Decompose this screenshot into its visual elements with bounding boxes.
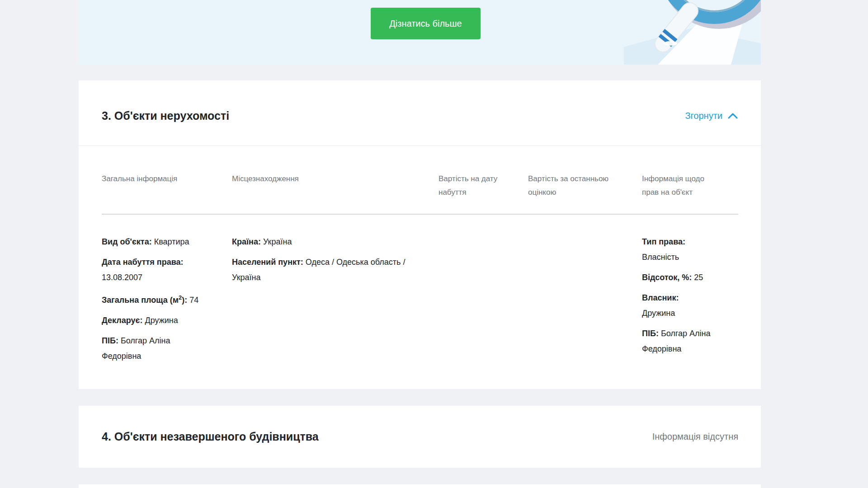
section3-header: 3. Об'єкти нерухомості Згорнути — [79, 80, 761, 146]
field-full-name: ПІБ: Болгар Аліна Федорівна — [102, 333, 207, 364]
table-row: Вид об'єкта: Квартира Дата набуття права… — [102, 215, 738, 369]
field-percent: Відсоток, %: 25 — [642, 270, 713, 285]
column-header-general: Загальна інформація — [102, 172, 232, 199]
field-label: Відсоток, %: — [642, 273, 692, 282]
field-label: Країна: — [232, 237, 261, 246]
field-value: 25 — [694, 273, 703, 282]
cloud-shape — [664, 41, 677, 46]
field-value: 13.08.2007 — [102, 273, 142, 282]
no-information-text: Інформація відсутня — [652, 432, 738, 442]
cell-general-info: Вид об'єкта: Квартира Дата набуття права… — [102, 234, 232, 369]
field-label: ПІБ: — [642, 329, 659, 338]
field-label: Дата набуття права: — [102, 258, 184, 267]
field-value: Дружина — [145, 316, 178, 325]
field-object-type: Вид об'єкта: Квартира — [102, 234, 207, 249]
cell-location: Країна: Україна Населений пункт: Одеса /… — [232, 234, 439, 369]
field-owner: Власник: Дружина — [642, 290, 713, 321]
field-acquisition-date: Дата набуття права: 13.08.2007 — [102, 254, 207, 285]
field-right-type: Тип права: Власність — [642, 234, 713, 265]
field-settlement: Населений пункт: Одеса / Одеська область… — [232, 254, 410, 285]
field-label: ПІБ: — [102, 336, 118, 345]
field-label: Декларує: — [102, 316, 142, 325]
field-value: 74 — [189, 296, 198, 305]
field-value: Дружина — [642, 309, 675, 318]
field-label: Вид об'єкта: — [102, 237, 152, 246]
section4-title: 4. Об'єкти незавершеного будівництва — [102, 430, 319, 443]
cell-value-acquisition — [439, 234, 528, 369]
column-header-value-appraisal: Вартість за останньою оцінкою — [528, 172, 642, 199]
chevron-up-icon — [727, 113, 738, 119]
field-value: Україна — [263, 237, 292, 246]
field-label: Тип права: — [642, 237, 685, 246]
section3-title: 3. Об'єкти нерухомості — [102, 109, 229, 122]
field-declared-by: Декларує: Дружина — [102, 313, 207, 328]
field-value: Власність — [642, 253, 679, 262]
field-owner-full-name: ПІБ: Болгар Аліна Федорівна — [642, 326, 713, 357]
column-header-rights: Інформація щодо прав на об'єкт — [642, 172, 738, 199]
collapse-label: Згорнути — [685, 111, 722, 121]
field-country: Країна: Україна — [232, 234, 410, 249]
field-label: Власник: — [642, 293, 679, 302]
promo-banner: Дізнатись більше — [79, 0, 761, 65]
cell-rights-info: Тип права: Власність Відсоток, %: 25 Вла… — [642, 234, 738, 369]
column-header-location: Місцезнаходження — [232, 172, 439, 199]
section3-card: 3. Об'єкти нерухомості Згорнути Загальна… — [79, 80, 761, 389]
real-estate-table: Загальна інформація Місцезнаходження Вар… — [79, 146, 761, 369]
section4-card: 4. Об'єкти незавершеного будівництва Інф… — [79, 406, 761, 468]
magnifier-illustration — [624, 0, 761, 65]
table-header-row: Загальна інформація Місцезнаходження Вар… — [102, 172, 738, 215]
field-label: Загальна площа (м2): — [102, 296, 187, 305]
column-header-value-acquisition: Вартість на дату набуття — [439, 172, 528, 199]
field-label: Населений пункт: — [232, 258, 303, 267]
field-value: Квартира — [154, 237, 189, 246]
section5-card-partial — [79, 484, 761, 488]
cell-value-appraisal — [528, 234, 642, 369]
collapse-link[interactable]: Згорнути — [685, 111, 738, 121]
page-content: Дізнатись більше 3. Об'єкти нерухомос — [79, 0, 761, 488]
learn-more-button[interactable]: Дізнатись більше — [371, 8, 481, 39]
field-total-area: Загальна площа (м2): 74 — [102, 290, 207, 308]
